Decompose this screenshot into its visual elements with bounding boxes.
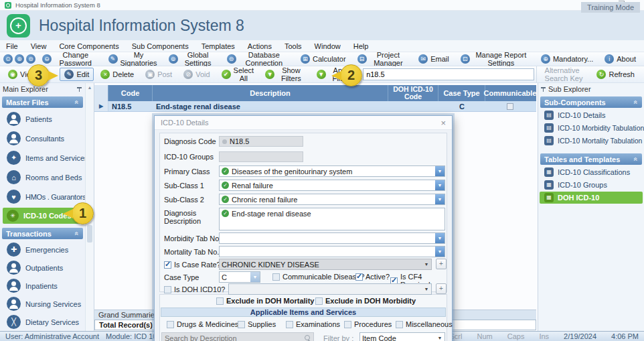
sidebar-item-items-and-services[interactable]: ✦ Items and Services [0, 148, 94, 167]
diagnosis-code-field[interactable]: N18.5 [219, 136, 303, 147]
applicable-items-header: Applicable Items and Services [161, 308, 446, 317]
sub-explorer-panel: Sub Explorer Sub-Components « ▤ ICD-10 D… [538, 83, 644, 331]
power-icon[interactable]: ⊙ [3, 54, 13, 64]
icd10-details-dialog: ICD-10 Details × Diagnosis Code N18.5 IC… [154, 115, 453, 341]
menu-file[interactable]: File [6, 42, 18, 50]
sub-class-2-dropdown[interactable]: ✓ Chronic renal failure ▼ [219, 194, 445, 205]
sub-class-1-dropdown[interactable]: ✓ Renal failure ▼ [219, 180, 445, 191]
sidebar-item-rooms-and-beds[interactable]: ⌂ Rooms and Beds [0, 167, 94, 187]
window-title-bar: Hospital Information System 8 × [0, 0, 644, 11]
status-insert: Ins [539, 332, 549, 340]
morbidity-tab-dropdown[interactable]: ▼ [219, 232, 445, 244]
callout-step-1: 1 [72, 202, 94, 224]
subitem-icd10-mortality-list[interactable]: ▤ ICD-10 Mortality Tabulation List [538, 135, 644, 147]
void-button[interactable]: ⊘ Void [179, 68, 214, 81]
sidebar-item-patients[interactable]: Patients [0, 109, 94, 129]
column-header-case-type[interactable]: Case Type [438, 85, 485, 101]
communicable-checkbox[interactable] [507, 103, 513, 110]
dialog-close-icon[interactable]: × [440, 118, 446, 128]
refresh-button[interactable]: ↻ Refresh [594, 68, 637, 81]
subitem-icd10-morbidity-list[interactable]: ▤ ICD-10 Morbidity Tabulation List [538, 122, 644, 134]
is-case-rate-checkbox[interactable]: Is Case Rate? [164, 261, 221, 269]
group-tables-templates[interactable]: Tables and Templates « [540, 153, 642, 165]
communicable-disease-checkbox[interactable]: Communicable Disease? [272, 273, 364, 281]
edit-button[interactable]: ✎ Edit [60, 68, 94, 81]
chevron-down-icon[interactable]: ▼ [435, 336, 445, 340]
search-by-description-input[interactable] [165, 334, 292, 341]
sidebar-item-nursing-services[interactable]: Nursing Services [0, 295, 94, 313]
column-header-description[interactable]: Description [153, 85, 388, 101]
active-checkbox[interactable]: Active? [355, 273, 390, 281]
subitem-icd10-classifications[interactable]: ▦ ICD-10 Classifications [538, 166, 644, 178]
drugs-medicines-checkbox[interactable]: Drugs & Medicines [167, 320, 238, 328]
chevron-down-icon[interactable]: ▼ [435, 194, 445, 204]
sidebar-item-inpatients[interactable]: Inpatients [0, 277, 94, 295]
chevron-down-icon[interactable]: ▼ [422, 262, 431, 267]
table-row[interactable]: ▶ N18.5 End-stage renal disease C [94, 101, 536, 112]
chevron-down-icon[interactable]: ▼ [422, 287, 431, 291]
exclude-doh-mortality-checkbox[interactable]: Exclude in DOH Mortality [216, 297, 314, 305]
mortality-tab-dropdown[interactable]: ▼ [219, 246, 445, 257]
group-sub-components[interactable]: Sub-Components « [540, 96, 642, 108]
sidebar-item-emergencies[interactable]: ✚ Emergencies [0, 241, 94, 259]
my-signatories-icon: ✎ [108, 54, 118, 64]
show-filters-button[interactable]: ▼ Show Filters [260, 64, 309, 84]
signout-icon[interactable]: ⊛ [15, 54, 24, 64]
column-header-communicable[interactable]: Communicable [485, 85, 535, 101]
checkbox-icon [238, 321, 245, 328]
chevron-down-icon[interactable]: ▼ [435, 233, 445, 243]
calculator-button[interactable]: ⊞ Calculator [296, 52, 351, 66]
chevron-down-icon[interactable]: ▼ [435, 247, 445, 257]
sidebar-item-consultants[interactable]: Consultants [0, 129, 94, 148]
subitem-icd10-groups[interactable]: ▦ ICD-10 Groups [538, 179, 644, 191]
primary-class-dropdown[interactable]: ✓ Diseases of the genitourinary system ▼ [219, 165, 445, 177]
column-header-doh-code[interactable]: DOH ICD-10 Code [388, 85, 438, 101]
miscellaneous-checkbox[interactable]: Miscellaneous [396, 320, 453, 328]
lock-icon[interactable]: ⊜ [26, 54, 35, 64]
chevron-down-icon[interactable]: ▼ [435, 180, 445, 190]
exclude-doh-morbidity-checkbox[interactable]: Exclude in DOH Morbidity [315, 297, 416, 305]
case-type-label: Case Type [164, 273, 219, 281]
sidebar-item-outpatients[interactable]: Outpatients [0, 259, 94, 277]
primary-class-label: Primary Class [164, 167, 219, 176]
supplies-checkbox[interactable]: Supplies [238, 320, 276, 328]
delete-button[interactable]: × Delete [96, 68, 139, 81]
diagnosis-description-field[interactable]: ✓ End-stage renal disease [219, 208, 445, 230]
procedures-checkbox[interactable]: Procedures [344, 320, 392, 328]
checkbox-icon [396, 321, 403, 328]
about-button[interactable]: i About [600, 52, 641, 66]
select-all-button[interactable]: ✔ Select All [217, 64, 259, 84]
icd10-groups-field[interactable] [219, 151, 303, 162]
mandatory-button[interactable]: ⊕ Mandatory... [536, 52, 598, 66]
is-doh-icd10-checkbox[interactable]: Is DOH ICD10? [164, 285, 225, 293]
group-transactions[interactable]: Transactions « [2, 228, 83, 239]
status-caps-lock: Caps [507, 332, 525, 340]
pin-icon[interactable] [541, 86, 546, 92]
search-input[interactable] [363, 68, 534, 80]
patients-icon [7, 112, 21, 126]
chevron-down-icon[interactable]: ▼ [435, 166, 445, 176]
chevron-down-icon[interactable]: ▼ [250, 272, 260, 282]
scroll-up-icon[interactable]: ▲ [86, 83, 94, 90]
post-button[interactable]: ▣ Post [141, 68, 177, 81]
group-master-files[interactable]: Master Files « [2, 96, 83, 108]
menu-window[interactable]: Window [315, 42, 341, 50]
table-panel-icon: ▦ [544, 193, 554, 202]
email-button[interactable]: ✉ Email [414, 52, 454, 66]
cell-description: End-stage renal disease [153, 101, 388, 111]
case-rate-dropdown[interactable]: CHRONIC KIDNEY DISEASE ▼ [219, 259, 432, 270]
case-type-dropdown[interactable]: C ▼ [219, 271, 260, 283]
search-by-description-field[interactable] [161, 332, 314, 341]
dietary-services-icon: ╳ [7, 315, 21, 329]
subitem-icd10-details[interactable]: ▤ ICD-10 Details [538, 109, 644, 121]
add-case-rate-button[interactable]: + [436, 259, 447, 269]
column-header-code[interactable]: Code [108, 85, 153, 101]
filter-by-dropdown[interactable]: Item Code ▼ [359, 332, 445, 341]
subitem-doh-icd10[interactable]: ▦ DOH ICD-10 [540, 192, 643, 204]
sidebar-item-dietary-services[interactable]: ╳ Dietary Services [0, 313, 94, 331]
examinations-checkbox[interactable]: Examinations [286, 320, 340, 328]
scrollbar-thumb[interactable] [87, 225, 92, 243]
add-doh-icd10-button[interactable]: + [436, 283, 447, 294]
pin-icon[interactable] [77, 86, 82, 92]
doh-icd10-dropdown[interactable]: ▼ [228, 283, 432, 295]
